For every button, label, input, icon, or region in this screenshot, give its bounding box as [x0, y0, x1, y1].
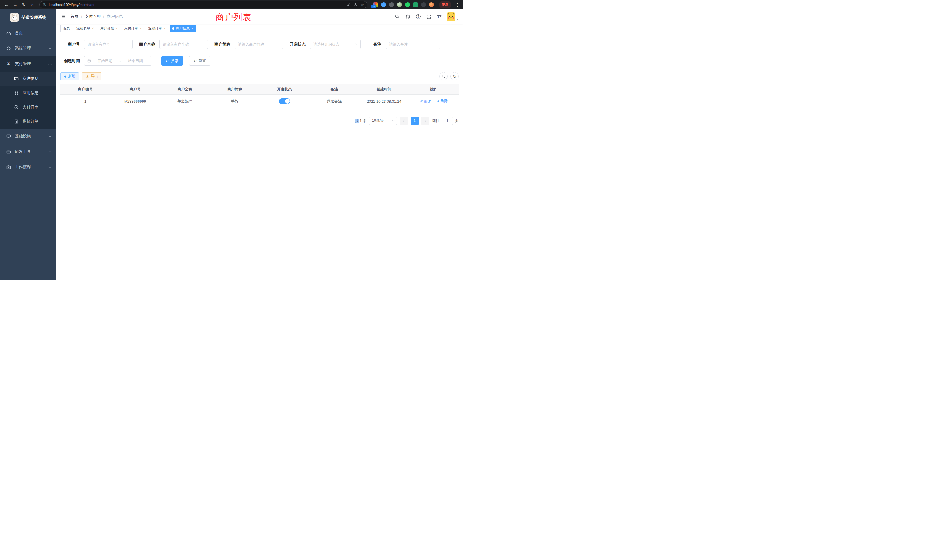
extension-icon[interactable] [405, 2, 410, 7]
field-label: 开启状态 [290, 42, 306, 47]
date-range-picker[interactable]: 开始日期 - 结束日期 [84, 56, 151, 65]
share-icon[interactable] [354, 3, 357, 6]
sidebar-item-payment[interactable]: ¥ 支付管理 [0, 56, 56, 71]
browser-reload-icon[interactable]: ↻ [20, 2, 27, 8]
full-name-input[interactable] [159, 39, 208, 49]
tab-process-form[interactable]: 流程表单× [74, 25, 96, 32]
field-status: 开启状态 [290, 39, 361, 49]
sidebar-item-label: 应用信息 [23, 90, 38, 95]
address-bar[interactable]: ⓘ localhost:1024/pay/merchant ☆ [39, 1, 368, 8]
main-area: 首页 / 支付管理 / 商户信息 商户列表 ? TT [56, 9, 463, 280]
goto-label: 前往 [432, 118, 440, 123]
github-icon[interactable] [404, 14, 411, 20]
sidebar-item-workflow[interactable]: 工作流程 [0, 159, 56, 175]
browser-update-button[interactable]: 更新 [439, 1, 451, 8]
browser-menu-icon[interactable]: ⋮ [455, 2, 460, 8]
sidebar-item-dev-tools[interactable]: 研发工具 [0, 144, 56, 159]
sidebar-item-label: 工作流程 [15, 165, 31, 170]
extension-icon[interactable] [421, 2, 426, 7]
font-size-icon[interactable]: TT [436, 14, 442, 20]
sidebar-item-app-info[interactable]: 应用信息 [0, 86, 56, 100]
download-icon [86, 75, 89, 78]
sidebar-item-system[interactable]: 系统管理 [0, 41, 56, 56]
chevron-down-icon [49, 135, 51, 138]
sidebar-toggle-icon[interactable] [61, 14, 65, 19]
breadcrumb-separator: / [103, 14, 104, 19]
active-dot [172, 27, 174, 30]
status-select[interactable] [310, 39, 361, 49]
edit-link[interactable]: ✎修改 [420, 99, 431, 104]
extension-icon[interactable] [381, 2, 386, 7]
page-number-button[interactable]: 1 [410, 117, 419, 125]
password-key-icon[interactable] [346, 3, 350, 6]
browser-forward-icon[interactable]: → [11, 2, 19, 8]
sidebar-item-label: 系统管理 [15, 46, 31, 51]
briefcase-icon [6, 165, 11, 170]
close-icon[interactable]: × [115, 27, 118, 30]
chevron-down-icon [49, 150, 51, 153]
add-button[interactable]: + 新增 [61, 73, 79, 80]
table-toolbar: + 新增 导出 ↻ [61, 72, 459, 80]
extension-icon[interactable] [429, 2, 434, 7]
page-size-select[interactable]: 10条/页 [369, 117, 397, 125]
logo-avatar [10, 13, 18, 22]
sidebar-logo[interactable]: 芋道管理系统 [0, 9, 56, 26]
export-button[interactable]: 导出 [82, 73, 101, 80]
sidebar-item-pay-order[interactable]: 支付订单 [0, 100, 56, 114]
monitor-icon [6, 134, 11, 139]
sidebar-item-home[interactable]: 首页 [0, 26, 56, 41]
cell-merchant-no: M233666999 [110, 94, 160, 108]
card-icon [14, 76, 19, 81]
breadcrumb-payment[interactable]: 支付管理 [85, 14, 101, 19]
browser-home-icon[interactable]: ⌂ [29, 2, 36, 8]
fullscreen-icon[interactable] [426, 14, 432, 20]
goto-page-input[interactable] [442, 117, 453, 125]
remark-input[interactable] [386, 39, 440, 49]
browser-back-icon[interactable]: ← [3, 2, 10, 8]
refresh-icon: ↻ [194, 59, 197, 63]
sidebar-item-infrastructure[interactable]: 基础设施 [0, 129, 56, 144]
sidebar-item-refund-order[interactable]: 退款订单 [0, 114, 56, 129]
tab-merchant-info[interactable]: 商户信息× [169, 25, 196, 32]
close-icon[interactable]: × [92, 27, 94, 30]
next-page-button[interactable] [421, 117, 429, 125]
extension-icon[interactable] [413, 2, 418, 7]
short-name-input[interactable] [235, 39, 283, 49]
extension-icon[interactable] [397, 2, 402, 7]
help-icon[interactable]: ? [415, 14, 421, 20]
toggle-search-button[interactable] [439, 72, 448, 80]
chevron-down-icon [392, 119, 394, 121]
page-header: 首页 / 支付管理 / 商户信息 商户列表 ? TT [56, 9, 463, 24]
breadcrumb-home[interactable]: 首页 [70, 14, 79, 19]
bookmark-star-icon[interactable]: ☆ [360, 3, 364, 7]
chevron-down-icon [49, 47, 51, 50]
extension-icon[interactable] [389, 2, 394, 7]
gear-icon [6, 46, 11, 51]
search-icon[interactable] [394, 14, 400, 20]
col-header: 商户编号 [61, 84, 110, 94]
tab-user-group[interactable]: 用户分组× [98, 25, 120, 32]
delete-link[interactable]: 删除 [436, 98, 448, 103]
search-button[interactable]: 搜索 [161, 56, 183, 65]
merchant-no-input[interactable] [84, 39, 133, 49]
screen: ← → ↻ ⌂ ⓘ localhost:1024/pay/merchant ☆ … [0, 0, 463, 280]
extension-icon[interactable]: 10 [373, 2, 378, 7]
sidebar-pay-section: ¥ 支付管理 商户信息 应用信息 支付订单 退 [0, 56, 56, 129]
user-menu[interactable] [447, 12, 459, 21]
close-icon[interactable]: × [139, 27, 142, 30]
col-header: 创建时间 [359, 84, 409, 94]
site-info-icon[interactable]: ⓘ [43, 2, 47, 7]
search-form-row-1: 商户号 商户全称 商户简称 开启状态 [61, 39, 459, 49]
reset-button[interactable]: ↻ 重置 [189, 56, 210, 65]
tab-home[interactable]: 首页 [61, 25, 73, 32]
status-toggle[interactable] [279, 98, 290, 104]
prev-page-button[interactable] [400, 117, 408, 125]
tab-refund-order[interactable]: 退款订单× [146, 25, 168, 32]
range-separator: - [119, 59, 121, 63]
close-icon[interactable]: × [191, 27, 193, 30]
refresh-table-button[interactable]: ↻ [451, 72, 459, 80]
sidebar-item-merchant-info[interactable]: 商户信息 [0, 71, 56, 86]
field-label: 创建时间 [61, 59, 80, 64]
close-icon[interactable]: × [163, 27, 166, 30]
tab-pay-order[interactable]: 支付订单× [122, 25, 144, 32]
